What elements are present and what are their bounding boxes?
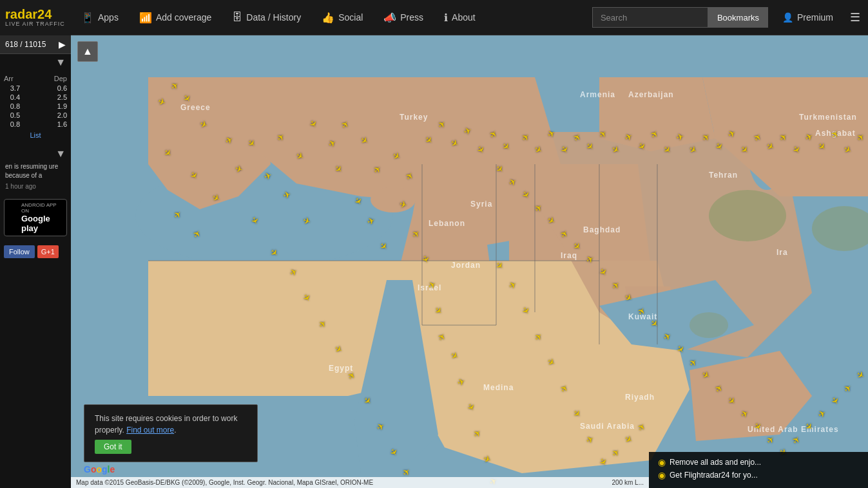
google-play-label: ANDROID APP ON — [21, 202, 63, 214]
nav-data-history[interactable]: 🗄 Data / History — [222, 0, 311, 35]
menu-icon: ☰ — [850, 10, 860, 24]
gplus-button[interactable]: G+1 — [37, 245, 59, 258]
collapse-icon[interactable]: ▼ — [55, 57, 66, 68]
got-it-button[interactable]: Got it — [95, 440, 131, 454]
ad-bullet-1: ◉ — [658, 457, 666, 467]
bookmarks-button[interactable]: Bookmarks — [708, 7, 768, 28]
menu-button[interactable]: ☰ — [842, 0, 868, 35]
table-row: 3.7 0.6 — [4, 84, 67, 93]
nav-add-coverage[interactable]: 📶 Add coverage — [129, 0, 222, 35]
table-row: 0.8 1.6 — [4, 120, 67, 129]
search-area: Bookmarks — [592, 7, 768, 28]
cookie-link[interactable]: Find out more — [126, 426, 174, 435]
google-play-name: Google play — [21, 214, 63, 233]
flight-count-text: 618 / 11015 — [5, 40, 46, 49]
news-text: en is resuming ure because of a — [5, 162, 66, 180]
user-icon: 👤 — [782, 12, 793, 23]
ad-line-1: ◉ Remove all ads and enjo... — [658, 457, 859, 467]
svg-point-4 — [371, 187, 416, 212]
table-row: 0.4 2.5 — [4, 93, 67, 102]
search-input[interactable] — [592, 7, 708, 28]
expand-arrow[interactable]: ▶ — [59, 39, 66, 50]
ad-line-2: ◉ Get Flightradar24 for yo... — [658, 470, 859, 480]
flights-header: Arr Dep — [4, 73, 67, 84]
cookie-notice: This site requires cookies in order to w… — [84, 404, 258, 462]
google-logo: Google — [84, 464, 115, 475]
scale-text: 200 km L... — [612, 479, 644, 486]
nav-about[interactable]: ℹ About — [434, 0, 486, 35]
nav-press[interactable]: 📣 Press — [373, 0, 434, 35]
header: radar24 LIVE AIR TRAFFIC 📱 Apps 📶 Add co… — [0, 0, 868, 35]
table-row: 0.5 2.0 — [4, 111, 67, 120]
svg-point-26 — [709, 190, 786, 241]
apps-icon: 📱 — [81, 12, 94, 24]
play-store-icon: ▶ — [8, 211, 17, 225]
ad-panel: ◉ Remove all ads and enjo... ◉ Get Fligh… — [649, 452, 868, 488]
map[interactable]: ▲ GreeceTurkeySyriaLebanonIraqJordanIsra… — [71, 35, 868, 488]
premium-button[interactable]: 👤 Premium — [773, 0, 842, 35]
svg-marker-13 — [599, 77, 715, 151]
google-play-button[interactable]: ▶ ANDROID APP ON Google play — [4, 199, 67, 236]
news-section: ▼ en is resuming ure because of a 1 hour… — [0, 144, 71, 194]
flight-counter: 618 / 11015 ▶ — [0, 35, 71, 54]
ad-bullet-2: ◉ — [658, 470, 666, 480]
logo-subtitle: LIVE AIR TRAFFIC — [5, 21, 65, 27]
logo-highlight: r — [5, 7, 10, 21]
table-row: 0.8 1.9 — [4, 102, 67, 111]
svg-point-28 — [690, 312, 728, 338]
logo: radar24 LIVE AIR TRAFFIC — [0, 0, 71, 35]
map-toolbar: ▲ — [71, 35, 868, 68]
attribution-text: Map data ©2015 GeoBasis-DE/BKG (©2009), … — [76, 479, 373, 486]
follow-button[interactable]: Follow — [4, 245, 35, 258]
social-icon: 👍 — [322, 12, 334, 24]
database-icon: 🗄 — [232, 12, 242, 23]
map-attribution: Map data ©2015 GeoBasis-DE/BKG (©2009), … — [71, 477, 649, 488]
sidebar: 618 / 11015 ▶ ▼ Arr Dep 3.7 0.6 0.4 2.5 … — [0, 35, 71, 488]
news-time: 1 hour ago — [5, 183, 66, 190]
logo-text: adar24 — [10, 7, 52, 21]
nav-social[interactable]: 👍 Social — [311, 0, 373, 35]
press-icon: 📣 — [383, 12, 396, 24]
nav-apps[interactable]: 📱 Apps — [71, 0, 129, 35]
list-link[interactable]: List — [4, 129, 67, 142]
collapse-icon-2[interactable]: ▼ — [55, 148, 66, 159]
info-icon: ℹ — [444, 12, 448, 24]
signal-icon: 📶 — [139, 12, 152, 24]
flights-table: Arr Dep 3.7 0.6 0.4 2.5 0.8 1.9 0.5 2.0 … — [0, 71, 71, 144]
zoom-up-button[interactable]: ▲ — [77, 41, 98, 62]
social-buttons: Follow G+1 — [0, 241, 71, 262]
